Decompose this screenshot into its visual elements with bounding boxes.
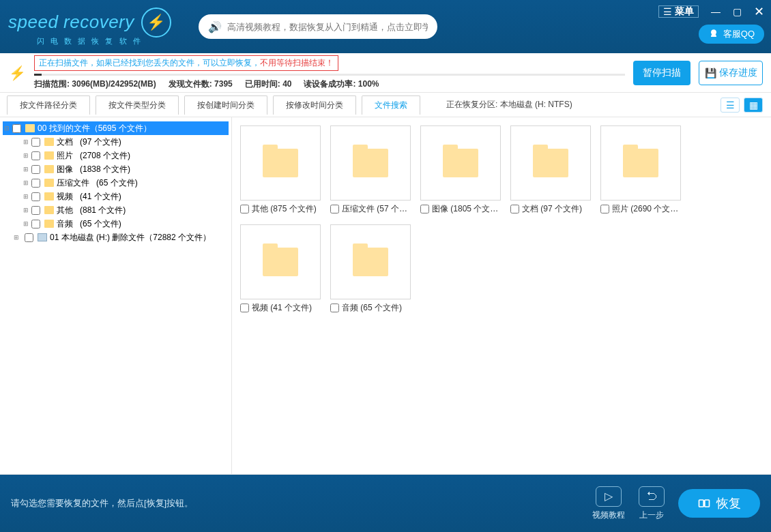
folder-icon — [44, 138, 54, 146]
scan-progress-bar — [34, 74, 625, 76]
item-checkbox[interactable] — [330, 304, 339, 312]
grid-item[interactable]: 图像 (1805 个文… — [420, 125, 501, 215]
back-button[interactable]: ⮌ 上一步 — [639, 486, 665, 521]
grid-item[interactable]: 文档 (97 个文件) — [510, 125, 591, 215]
item-checkbox[interactable] — [240, 205, 249, 213]
logo-text: speed recovery — [8, 12, 134, 33]
grid-item[interactable]: 照片 (2690 个文… — [600, 125, 681, 215]
video-tutorial-button[interactable]: ▷ 视频教程 — [592, 486, 625, 521]
tree-checkbox[interactable] — [31, 179, 40, 188]
svg-rect-1 — [705, 500, 710, 507]
item-checkbox[interactable] — [330, 205, 339, 213]
expand-icon[interactable]: ⊞ — [22, 152, 30, 159]
menu-button[interactable]: ☰ 菜单 — [658, 5, 699, 18]
folder-icon — [353, 149, 388, 177]
tree-item[interactable]: ⊞其他 (881 个文件) — [3, 203, 229, 217]
expand-icon[interactable]: ⊞ — [12, 234, 20, 241]
scan-info: 扫描范围: 3096(MB)/242952(MB) 发现文件数: 7395 已用… — [34, 78, 625, 90]
tab-by-path[interactable]: 按文件路径分类 — [7, 95, 90, 115]
file-tree[interactable]: ⊟ 00 找到的文件（5695 个文件） ⊞文档 (97 个文件) ⊞照片 (2… — [0, 117, 232, 474]
folder-icon — [353, 248, 388, 276]
tree-item[interactable]: ⊞视频 (41 个文件) — [3, 190, 229, 203]
tab-bar: 按文件路径分类 按文件类型分类 按创建时间分类 按修改时间分类 文件搜索 正在恢… — [0, 93, 771, 117]
bolt-icon: ⚡ — [8, 61, 26, 85]
bolt-icon: ⚡ — [141, 8, 171, 38]
sound-icon: 🔊 — [208, 20, 222, 33]
tree-drive[interactable]: ⊞01 本地磁盘 (H:) 删除文件（72882 个文件） — [3, 231, 229, 244]
folder-icon — [623, 149, 658, 177]
folder-icon — [44, 179, 54, 187]
tab-by-type[interactable]: 按文件类型分类 — [96, 95, 179, 115]
list-view-button[interactable]: ☰ — [721, 98, 740, 113]
app-footer: 请勾选您需要恢复的文件，然后点[恢复]按钮。 ▷ 视频教程 ⮌ 上一步 恢复 — [0, 475, 771, 532]
folder-icon — [44, 220, 54, 228]
item-checkbox[interactable] — [510, 205, 519, 213]
folder-icon — [44, 165, 54, 173]
folder-icon — [533, 149, 568, 177]
folder-icon — [44, 151, 54, 160]
tree-checkbox[interactable] — [31, 220, 40, 228]
footer-tip: 请勾选您需要恢复的文件，然后点[恢复]按钮。 — [11, 497, 193, 509]
tree-checkbox[interactable] — [31, 192, 40, 201]
tab-file-search[interactable]: 文件搜索 — [362, 95, 420, 115]
expand-icon[interactable]: ⊞ — [22, 193, 30, 200]
tree-item[interactable]: ⊞照片 (2708 个文件) — [3, 149, 229, 162]
app-header: speed recovery ⚡ 闪 电 数 据 恢 复 软 件 🔊 ☰ 菜单 … — [0, 0, 771, 53]
logo-subtitle: 闪 电 数 据 恢 复 软 件 — [37, 36, 142, 46]
expand-icon[interactable]: ⊞ — [22, 220, 30, 227]
logo: speed recovery ⚡ 闪 电 数 据 恢 复 软 件 — [8, 8, 171, 46]
tutorial-banner[interactable]: 🔊 — [199, 14, 437, 39]
back-icon: ⮌ — [639, 486, 665, 507]
maximize-button[interactable]: ▢ — [733, 6, 742, 17]
tree-item[interactable]: ⊞音频 (65 个文件) — [3, 217, 229, 231]
tutorial-input[interactable] — [227, 22, 428, 32]
pause-scan-button[interactable]: 暂停扫描 — [633, 61, 690, 85]
item-checkbox[interactable] — [600, 205, 609, 213]
svg-rect-0 — [699, 500, 704, 507]
folder-icon — [44, 206, 54, 214]
expand-icon[interactable]: ⊞ — [22, 166, 30, 173]
tab-by-create-time[interactable]: 按创建时间分类 — [184, 95, 267, 115]
tree-item[interactable]: ⊞图像 (1838 个文件) — [3, 162, 229, 176]
partition-label: 正在恢复分区: 本地磁盘 (H: NTFS) — [446, 99, 572, 110]
scan-message: 正在扫描文件，如果已经找到您丢失的文件，可以立即恢复，不用等待扫描结束！ — [34, 55, 338, 71]
close-button[interactable]: ✕ — [754, 4, 764, 19]
tree-checkbox[interactable] — [12, 124, 21, 133]
window-controls: ☰ 菜单 — ▢ ✕ — [658, 4, 764, 19]
scan-status-bar: ⚡ 正在扫描文件，如果已经找到您丢失的文件，可以立即恢复，不用等待扫描结束！ 扫… — [0, 53, 771, 93]
tab-by-modify-time[interactable]: 按修改时间分类 — [273, 95, 356, 115]
folder-icon — [443, 149, 478, 177]
item-checkbox[interactable] — [420, 205, 429, 213]
customer-service-button[interactable]: 客服QQ — [699, 25, 764, 44]
expand-icon[interactable]: ⊞ — [22, 207, 30, 213]
expand-icon[interactable]: ⊞ — [22, 179, 30, 186]
file-grid: 其他 (875 个文件) 压缩文件 (57 个… 图像 (1805 个文… 文档… — [232, 117, 771, 474]
grid-view-button[interactable]: ▦ — [744, 98, 763, 113]
grid-item[interactable]: 音频 (65 个文件) — [330, 224, 411, 314]
folder-icon — [25, 124, 35, 132]
recover-button[interactable]: 恢复 — [678, 489, 760, 518]
main-content: ⊟ 00 找到的文件（5695 个文件） ⊞文档 (97 个文件) ⊞照片 (2… — [0, 117, 771, 475]
tree-root[interactable]: ⊟ 00 找到的文件（5695 个文件） — [3, 121, 229, 135]
collapse-icon[interactable]: ⊟ — [3, 125, 11, 132]
disk-icon — [38, 233, 47, 241]
folder-icon — [263, 149, 298, 177]
grid-item[interactable]: 压缩文件 (57 个… — [330, 125, 411, 215]
play-icon: ▷ — [596, 486, 622, 507]
folder-icon — [44, 192, 54, 201]
tree-checkbox[interactable] — [31, 151, 40, 160]
minimize-button[interactable]: — — [711, 6, 721, 17]
expand-icon[interactable]: ⊞ — [22, 138, 30, 145]
save-progress-button[interactable]: 💾 保存进度 — [699, 61, 763, 85]
tree-checkbox[interactable] — [31, 138, 40, 147]
item-checkbox[interactable] — [240, 304, 249, 312]
grid-item[interactable]: 视频 (41 个文件) — [240, 224, 321, 314]
tree-item[interactable]: ⊞文档 (97 个文件) — [3, 135, 229, 149]
tree-checkbox[interactable] — [25, 233, 33, 242]
tree-checkbox[interactable] — [31, 165, 40, 174]
tree-item[interactable]: ⊞压缩文件 (65 个文件) — [3, 176, 229, 190]
grid-item[interactable]: 其他 (875 个文件) — [240, 125, 321, 215]
save-icon: 💾 — [705, 68, 716, 78]
folder-icon — [263, 248, 298, 276]
tree-checkbox[interactable] — [31, 206, 40, 215]
